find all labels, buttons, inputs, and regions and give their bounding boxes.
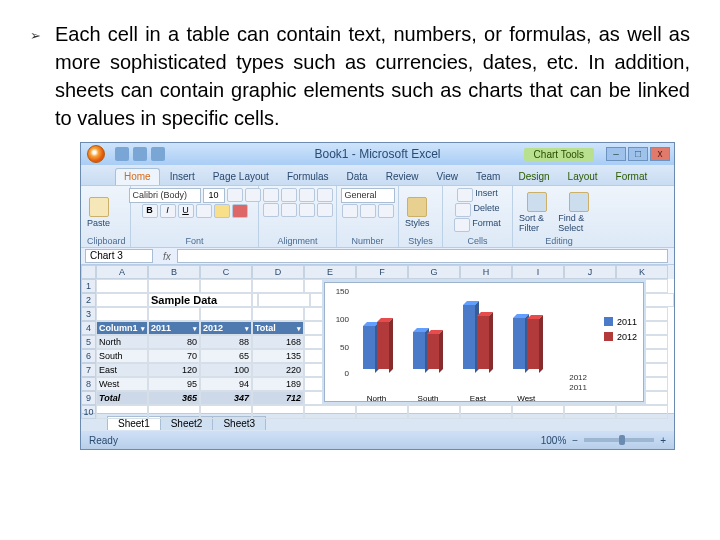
tab-formulas[interactable]: Formulas [279,169,337,185]
maximize-button[interactable]: □ [628,147,648,161]
align-center-icon[interactable] [281,203,297,217]
find-select-button[interactable]: Find & Select [558,192,599,233]
align-left-icon[interactable] [263,203,279,217]
font-color-icon[interactable] [232,204,248,218]
align-right-icon[interactable] [299,203,315,217]
formula-input[interactable] [177,249,668,263]
qat-undo-icon[interactable] [133,147,147,161]
tab-insert[interactable]: Insert [162,169,203,185]
insert-cells-button[interactable]: Insert [457,188,498,202]
worksheet-grid[interactable]: 12345678910 ABCDEFGHIJK Sample Data Colu… [81,265,674,413]
qat-save-icon[interactable] [115,147,129,161]
zoom-level: 100% [541,435,567,446]
tab-team[interactable]: Team [468,169,508,185]
group-font: Font [137,236,252,247]
tab-layout[interactable]: Layout [560,169,606,185]
underline-button[interactable]: U [178,204,194,218]
qat-redo-icon[interactable] [151,147,165,161]
italic-button[interactable]: I [160,204,176,218]
chart-x-axis: NorthSouthEastWest [351,394,551,403]
group-alignment: Alignment [265,236,330,247]
chart-y-axis: 150 100 50 0 [327,287,349,379]
tab-home[interactable]: Home [115,168,160,185]
align-bottom-icon[interactable] [299,188,315,202]
sort-icon [527,192,547,212]
tab-data[interactable]: Data [339,169,376,185]
delete-cells-button[interactable]: Delete [455,203,499,217]
group-number: Number [343,236,392,247]
insert-icon [457,188,473,202]
chart-depth-labels: 2012 2011 [569,373,587,393]
embedded-chart[interactable]: 150 100 50 0 NorthSout [324,282,644,402]
grow-font-icon[interactable] [227,188,243,202]
group-cells: Cells [449,236,506,247]
titlebar: Book1 - Microsoft Excel Chart Tools – □ … [81,143,674,165]
merge-icon[interactable] [317,203,333,217]
table-title: Sample Data [148,293,252,307]
format-cells-button[interactable]: Format [454,218,501,232]
zoom-out-icon[interactable]: − [572,435,578,446]
styles-icon [407,197,427,217]
tab-review[interactable]: Review [378,169,427,185]
delete-icon [455,203,471,217]
zoom-slider[interactable] [584,438,654,442]
ribbon: Paste Clipboard Calibri (Body)10 BIU Fon… [81,185,674,247]
slide-text: Each cell in a table can contain text, n… [55,20,690,132]
close-button[interactable]: x [650,147,670,161]
chart-tools-label: Chart Tools [524,148,594,161]
tab-design[interactable]: Design [510,169,557,185]
find-icon [569,192,589,212]
fx-icon[interactable]: fx [157,251,177,262]
currency-icon[interactable] [342,204,358,218]
group-clipboard: Clipboard [87,236,124,247]
font-size-select[interactable]: 10 [203,188,225,203]
tab-format[interactable]: Format [608,169,656,185]
paste-button[interactable]: Paste [87,197,110,228]
status-ready: Ready [89,435,118,446]
border-icon[interactable] [196,204,212,218]
window-title: Book1 - Microsoft Excel [314,147,440,161]
bullet-icon: ➢ [30,28,41,43]
tab-view[interactable]: View [428,169,466,185]
zoom-in-icon[interactable]: + [660,435,666,446]
tab-page-layout[interactable]: Page Layout [205,169,277,185]
font-name-select[interactable]: Calibri (Body) [129,188,201,203]
name-box[interactable]: Chart 3 [85,249,153,263]
group-styles: Styles [405,236,436,247]
row-headers: 12345678910 [81,265,96,413]
excel-window: Book1 - Microsoft Excel Chart Tools – □ … [80,142,675,450]
minimize-button[interactable]: – [606,147,626,161]
align-top-icon[interactable] [263,188,279,202]
ribbon-tabs: Home Insert Page Layout Formulas Data Re… [81,165,674,185]
styles-button[interactable]: Styles [405,197,430,228]
align-middle-icon[interactable] [281,188,297,202]
formula-bar: Chart 3 fx [81,247,674,265]
status-bar: Ready 100% − + [81,431,674,449]
comma-icon[interactable] [378,204,394,218]
chart-legend: 2011 2012 [604,313,637,345]
percent-icon[interactable] [360,204,376,218]
office-logo-icon [87,145,105,163]
column-headers: ABCDEFGHIJK [96,265,674,279]
group-editing: Editing [519,236,599,247]
number-format-select[interactable]: General [341,188,395,203]
paste-icon [89,197,109,217]
chart-bars [351,289,551,369]
quick-access-toolbar [111,147,165,161]
office-button[interactable] [81,143,111,165]
sort-filter-button[interactable]: Sort & Filter [519,192,555,233]
format-icon [454,218,470,232]
fill-color-icon[interactable] [214,204,230,218]
bold-button[interactable]: B [142,204,158,218]
wrap-text-icon[interactable] [317,188,333,202]
